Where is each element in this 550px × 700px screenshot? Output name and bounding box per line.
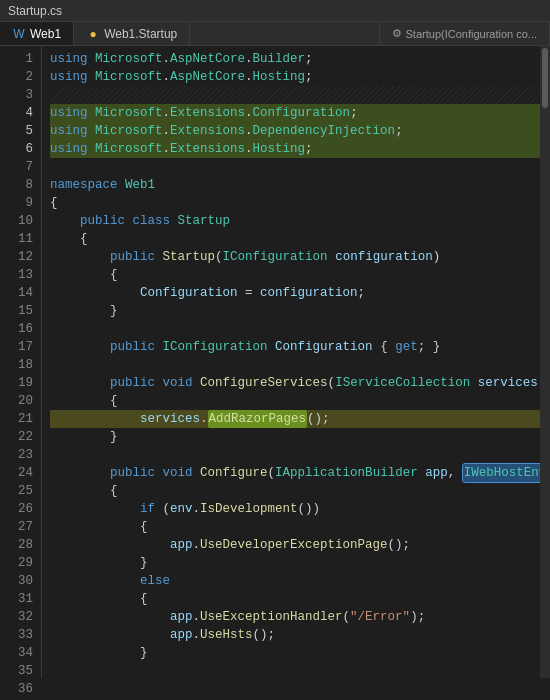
ln-16: 16 bbox=[0, 320, 41, 338]
ln-21: 21 bbox=[0, 410, 41, 428]
code-line-19: public void ConfigureServices(IServiceCo… bbox=[50, 374, 540, 392]
ln-12: 12 bbox=[0, 248, 41, 266]
code-line-15: } bbox=[50, 302, 540, 320]
code-line-12: public Startup(IConfiguration configurat… bbox=[50, 248, 540, 266]
tab-bar: W Web1 ● Web1.Startup ⚙ Startup(IConfigu… bbox=[0, 22, 550, 46]
code-line-26: if (env.IsDevelopment()) bbox=[50, 500, 540, 518]
ln-2: 2 bbox=[0, 68, 41, 86]
ln-29: 29 bbox=[0, 554, 41, 572]
tab-icon-startup: ● bbox=[86, 27, 100, 41]
code-line-3 bbox=[50, 86, 540, 104]
breadcrumb-text: Startup(IConfiguration co... bbox=[406, 28, 537, 40]
ln-10: 10 bbox=[0, 212, 41, 230]
code-line-11: { bbox=[50, 230, 540, 248]
tab-web1[interactable]: W Web1 bbox=[0, 22, 74, 45]
code-line-18 bbox=[50, 356, 540, 374]
ln-36: 36 bbox=[0, 680, 41, 698]
code-area[interactable]: using Microsoft.AspNetCore.Builder; usin… bbox=[42, 46, 540, 678]
tab-icon-web1: W bbox=[12, 27, 26, 41]
code-line-14: Configuration = configuration; bbox=[50, 284, 540, 302]
ln-34: 34 bbox=[0, 644, 41, 662]
code-line-27: { bbox=[50, 518, 540, 536]
ln-11: 11 bbox=[0, 230, 41, 248]
ln-20: 20 bbox=[0, 392, 41, 410]
ln-23: 23 bbox=[0, 446, 41, 464]
code-line-5: using Microsoft.Extensions.DependencyInj… bbox=[50, 122, 540, 140]
ln-15: 15 bbox=[0, 302, 41, 320]
ln-19: 19 bbox=[0, 374, 41, 392]
code-line-31: { bbox=[50, 590, 540, 608]
title-text: Startup.cs bbox=[8, 4, 62, 18]
code-line-13: { bbox=[50, 266, 540, 284]
ln-6: 6 bbox=[0, 140, 41, 158]
code-line-4: using Microsoft.Extensions.Configuration… bbox=[50, 104, 540, 122]
tab-label-startup: Web1.Startup bbox=[104, 27, 177, 41]
code-line-7 bbox=[50, 158, 540, 176]
code-line-29: } bbox=[50, 554, 540, 572]
ln-5: 5 bbox=[0, 122, 41, 140]
code-line-35 bbox=[50, 662, 540, 678]
ln-17: 17 bbox=[0, 338, 41, 356]
code-line-9: { bbox=[50, 194, 540, 212]
code-line-30: else bbox=[50, 572, 540, 590]
gear-icon: ⚙ bbox=[392, 27, 402, 40]
code-line-28: app.UseDeveloperExceptionPage(); bbox=[50, 536, 540, 554]
code-line-34: } bbox=[50, 644, 540, 662]
code-line-22: } bbox=[50, 428, 540, 446]
ln-26: 26 bbox=[0, 500, 41, 518]
ln-25: 25 bbox=[0, 482, 41, 500]
code-line-16 bbox=[50, 320, 540, 338]
ln-22: 22 bbox=[0, 428, 41, 446]
ln-32: 32 bbox=[0, 608, 41, 626]
ln-9: 9 bbox=[0, 194, 41, 212]
code-line-1: using Microsoft.AspNetCore.Builder; bbox=[50, 50, 540, 68]
code-line-6: using Microsoft.Extensions.Hosting; bbox=[50, 140, 540, 158]
code-line-8: namespace Web1 bbox=[50, 176, 540, 194]
ln-33: 33 bbox=[0, 626, 41, 644]
scrollbar-thumb[interactable] bbox=[542, 48, 548, 108]
ln-24: 24 bbox=[0, 464, 41, 482]
code-line-20: { bbox=[50, 392, 540, 410]
ln-14: 14 bbox=[0, 284, 41, 302]
ln-8: 8 bbox=[0, 176, 41, 194]
code-line-17: public IConfiguration Configuration { ge… bbox=[50, 338, 540, 356]
ln-30: 30 bbox=[0, 572, 41, 590]
code-line-21: services.AddRazorPages(); bbox=[50, 410, 540, 428]
code-line-10: public class Startup bbox=[50, 212, 540, 230]
title-bar: Startup.cs bbox=[0, 0, 550, 22]
ln-1: 1 bbox=[0, 50, 41, 68]
code-line-2: using Microsoft.AspNetCore.Hosting; bbox=[50, 68, 540, 86]
ln-3: 3 bbox=[0, 86, 41, 104]
code-line-23 bbox=[50, 446, 540, 464]
editor-container: 1 2 3 4 5 6 7 8 9 10 11 12 13 14 15 16 1… bbox=[0, 46, 550, 678]
code-line-25: { bbox=[50, 482, 540, 500]
line-numbers: 1 2 3 4 5 6 7 8 9 10 11 12 13 14 15 16 1… bbox=[0, 46, 42, 678]
code-line-32: app.UseExceptionHandler("/Error"); bbox=[50, 608, 540, 626]
ln-31: 31 bbox=[0, 590, 41, 608]
breadcrumb-dropdown[interactable]: ⚙ Startup(IConfiguration co... bbox=[379, 22, 550, 45]
ln-18: 18 bbox=[0, 356, 41, 374]
ln-27: 27 bbox=[0, 518, 41, 536]
ln-7: 7 bbox=[0, 158, 41, 176]
code-line-24: public void Configure(IApplicationBuilde… bbox=[50, 464, 540, 482]
tab-label-web1: Web1 bbox=[30, 27, 61, 41]
tab-web1startup[interactable]: ● Web1.Startup bbox=[74, 22, 190, 45]
code-line-33: app.UseHsts(); bbox=[50, 626, 540, 644]
ln-13: 13 bbox=[0, 266, 41, 284]
ln-35: 35 bbox=[0, 662, 41, 680]
vertical-scrollbar[interactable] bbox=[540, 46, 550, 678]
ln-28: 28 bbox=[0, 536, 41, 554]
ln-4: 4 bbox=[0, 104, 41, 122]
